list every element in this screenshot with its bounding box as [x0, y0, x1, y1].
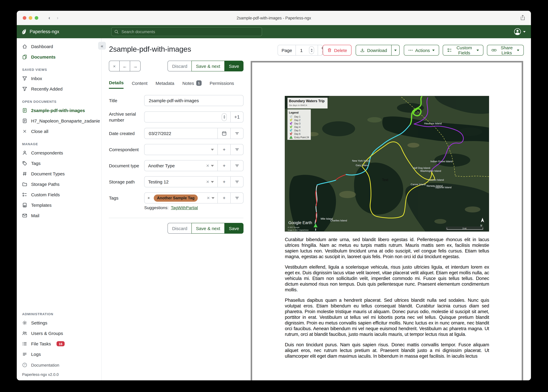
form-row-date-created: Date created — [109, 128, 244, 139]
tag-chip[interactable]: Another Sample Tag — [154, 194, 198, 202]
map-label: Squirrel Island — [435, 186, 452, 189]
page-stepper[interactable] — [309, 46, 314, 54]
pdf-paragraph: Duis non tincidunt purus. Nam quis sapie… — [285, 342, 489, 359]
tags-add-button[interactable]: + — [218, 192, 231, 203]
delete-button[interactable]: Delete — [323, 45, 352, 56]
asn-plus-one-button[interactable]: +1 — [231, 112, 244, 123]
sidebar-item-settings[interactable]: Settings — [17, 318, 101, 328]
save-and-next-button[interactable]: Save & next — [191, 61, 225, 71]
sidebar-item-documents[interactable]: Documents — [17, 52, 101, 62]
suggestion-link[interactable]: TagWithPartial — [171, 205, 198, 210]
title-label: Title — [109, 98, 144, 104]
storage-path-filter-button[interactable] — [231, 176, 244, 187]
map-label: Gary Island — [356, 164, 369, 167]
app-window: ‹ › 2sample-pdf-with-images - Paperless-… — [17, 11, 531, 380]
funnel-icon — [22, 86, 27, 91]
map-copyright-2: Image © 2017 DigitalGlobe — [288, 229, 309, 231]
map-text-annotation: Text — [382, 178, 389, 182]
window-title: 2sample-pdf-with-images - Paperless-ngx — [17, 16, 531, 20]
sidebar-item-file-tasks[interactable]: File Tasks 16 — [17, 338, 101, 349]
storage-path-add-button[interactable]: + — [218, 176, 231, 187]
document-type-filter-button[interactable] — [231, 160, 244, 171]
tab-details[interactable]: Details — [109, 80, 124, 89]
map-title-box: Boundary Waters Trip Six days in BWCA — [288, 98, 328, 108]
storage-path-select[interactable]: Testing 12 × — [144, 176, 218, 187]
chevron-down-icon — [523, 31, 526, 32]
close-document-button[interactable]: × — [109, 61, 120, 71]
share-icon[interactable] — [520, 15, 525, 20]
tab-notes[interactable]: Notes 1 — [182, 80, 202, 89]
date-filter-button[interactable] — [231, 128, 244, 139]
sidebar-item-mail[interactable]: Mail — [17, 210, 101, 221]
page-number-input[interactable] — [300, 47, 307, 53]
bottom-save-button[interactable]: Save — [224, 223, 244, 234]
actions-button[interactable]: Actions — [404, 45, 439, 56]
clear-icon[interactable]: × — [206, 179, 209, 185]
chevron-down-icon — [476, 49, 479, 51]
correspondent-filter-button[interactable] — [231, 144, 244, 155]
documentation-link[interactable]: ? Documentation — [17, 359, 101, 371]
svg-text:Day 6: Day 6 — [295, 133, 301, 135]
search-box[interactable] — [111, 27, 262, 36]
map-label: Lincoln Island — [428, 179, 444, 181]
sidebar-item-document-types[interactable]: Document Types — [17, 168, 101, 179]
sidebar-item-tags[interactable]: Tags — [17, 158, 101, 168]
brand[interactable]: Paperless-ngx — [21, 29, 59, 35]
tags-label: Tags — [109, 195, 144, 201]
sidebar-item-users-groups[interactable]: Users & Groups — [17, 328, 101, 338]
document-type-add-button[interactable]: + — [218, 160, 231, 171]
bottom-save-and-next-button[interactable]: Save & next — [191, 223, 225, 234]
map-subtitle: Six days in BWCA — [289, 104, 307, 106]
tab-permissions[interactable]: Permissions — [210, 80, 234, 89]
sidebar-item-custom-fields[interactable]: Custom Fields — [17, 189, 101, 200]
sidebar-item-inbox[interactable]: Inbox — [17, 73, 101, 84]
calendar-button[interactable] — [218, 128, 231, 139]
sidebar-item-logs[interactable]: Logs — [17, 349, 101, 359]
tags-select[interactable]: × Another Sample Tag × — [144, 192, 218, 203]
user-menu[interactable] — [514, 28, 526, 35]
chip-remove-icon[interactable]: × — [148, 196, 150, 200]
bottom-discard-button[interactable]: Discard — [168, 223, 192, 234]
title-field[interactable] — [148, 98, 240, 103]
sidebar-collapse-button[interactable]: « — [98, 42, 106, 49]
clear-icon[interactable]: × — [206, 163, 209, 169]
users-icon — [22, 331, 27, 336]
tab-metadata[interactable]: Metadata — [156, 80, 174, 89]
pdf-preview-frame[interactable]: Hausons Island New York Island Gary Isla… — [251, 61, 523, 380]
bottom-save-group: Discard Save & next Save — [168, 223, 244, 234]
correspondent-add-button[interactable]: + — [218, 144, 231, 155]
correspondent-label: Correspondent — [109, 147, 144, 153]
document-type-value: Another Type — [148, 163, 204, 168]
next-document-button[interactable]: → — [130, 61, 141, 71]
notes-count-badge: 1 — [196, 80, 202, 86]
sidebar-item-correspondents[interactable]: Correspondents — [17, 147, 101, 158]
document-type-select[interactable]: Another Type × — [144, 160, 218, 171]
asn-stepper[interactable] — [222, 113, 227, 121]
download-button[interactable]: Download — [356, 45, 392, 56]
sidebar-item-storage-paths[interactable]: Storage Paths — [17, 179, 101, 189]
sidebar-item-close-all[interactable]: Close all — [17, 126, 101, 137]
download-options-button[interactable] — [391, 45, 400, 56]
search-input[interactable] — [121, 29, 259, 34]
sidebar-item-dashboard[interactable]: Dashboard — [17, 41, 101, 52]
pdf-paragraph: Phasellus dapibus quam a hendrerit place… — [285, 297, 489, 337]
page-label: Page — [278, 45, 296, 55]
previous-document-button[interactable]: ← — [120, 61, 130, 71]
share-links-button[interactable]: Share Links — [487, 45, 524, 56]
custom-fields-button[interactable]: Custom Fields — [443, 45, 483, 56]
correspondent-select[interactable] — [144, 144, 218, 155]
discard-button[interactable]: Discard — [168, 61, 192, 71]
sidebar-item-recently-added[interactable]: Recently Added — [17, 84, 101, 94]
date-created-field[interactable] — [148, 131, 214, 136]
detail-form: Title Archive serial number — [109, 95, 244, 234]
asn-field[interactable] — [148, 114, 220, 120]
page-input-wrap — [296, 45, 318, 55]
sidebar-item-templates[interactable]: Templates — [17, 200, 101, 210]
map-label: New York Island — [352, 159, 370, 162]
sidebar-item-open-doc-1[interactable]: 2sample-pdf-with-images — [17, 105, 101, 116]
tags-filter-button[interactable] — [231, 192, 244, 203]
tab-content[interactable]: Content — [132, 80, 147, 89]
sidebar-item-open-doc-2[interactable]: H7_Napoleon_Bonaparte_zadanie — [17, 116, 101, 126]
clear-icon[interactable]: × — [207, 195, 210, 201]
save-button[interactable]: Save — [224, 61, 244, 71]
